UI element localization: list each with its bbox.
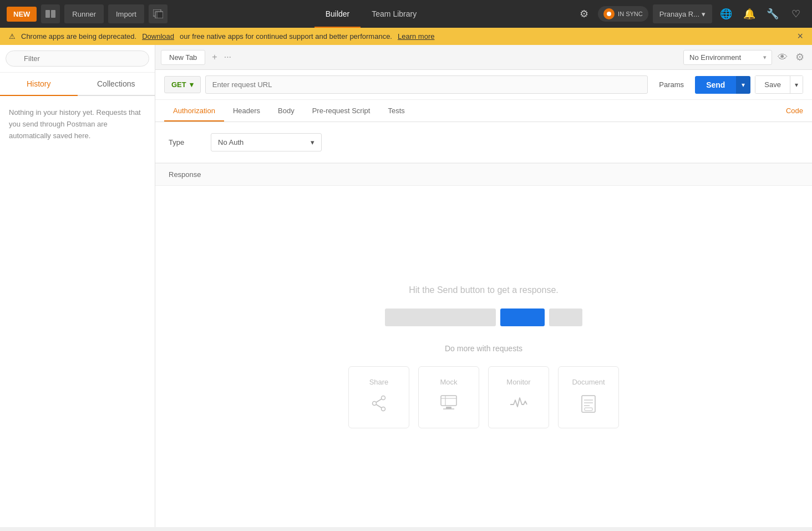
tab-tests[interactable]: Tests xyxy=(379,100,413,122)
response-bar: Response xyxy=(155,163,812,186)
tab-bar: New Tab + ··· No Environment ▾ 👁 ⚙ xyxy=(155,45,812,70)
mock-bar-left xyxy=(385,309,496,326)
url-input[interactable] xyxy=(205,75,648,94)
response-empty-message: Hit the Send button to get a response. xyxy=(409,285,559,295)
action-cards: Share Mock xyxy=(348,366,619,428)
svg-point-6 xyxy=(373,401,377,405)
user-label: Pranaya R... xyxy=(659,10,699,18)
mock-label: Mock xyxy=(440,378,457,386)
url-bar: GET ▾ Params Send ▾ Save ▾ xyxy=(155,70,812,100)
tab-history[interactable]: History xyxy=(0,73,78,95)
sync-badge: IN SYNC xyxy=(598,6,648,22)
layout-icon-button[interactable] xyxy=(41,4,60,23)
wrench-icon-button[interactable]: 🔧 xyxy=(763,4,782,23)
top-nav: NEW Runner Import Builder Team Library ⚙… xyxy=(0,0,812,28)
share-icon xyxy=(371,395,387,416)
heart-icon-button[interactable]: ♡ xyxy=(786,4,805,23)
svg-rect-19 xyxy=(585,408,592,411)
tab-team-library[interactable]: Team Library xyxy=(361,0,428,28)
add-tab-button[interactable]: + xyxy=(210,52,219,62)
tab-headers[interactable]: Headers xyxy=(224,100,269,122)
request-tab-label: New Tab xyxy=(169,53,197,62)
svg-rect-15 xyxy=(582,396,595,412)
method-button[interactable]: GET ▾ xyxy=(164,76,201,93)
svg-rect-3 xyxy=(155,12,163,18)
send-button-group: Send ▾ xyxy=(695,76,750,94)
method-label: GET xyxy=(171,80,186,89)
method-chevron-icon: ▾ xyxy=(190,80,194,89)
tab-authorization[interactable]: Authorization xyxy=(164,100,224,122)
action-card-share[interactable]: Share xyxy=(348,366,409,428)
filter-wrap: 🔍 xyxy=(6,50,149,67)
import-button[interactable]: Import xyxy=(108,4,144,23)
runner-button[interactable]: Runner xyxy=(64,4,104,23)
auth-dropdown-chevron-icon: ▾ xyxy=(311,138,314,146)
sidebar-tabs: History Collections xyxy=(0,73,155,96)
send-button[interactable]: Send xyxy=(695,76,736,94)
sidebar-filter-area: 🔍 xyxy=(0,45,155,73)
request-tabs: Authorization Headers Body Pre-request S… xyxy=(155,100,812,122)
save-dropdown-button[interactable]: ▾ xyxy=(790,75,803,94)
tab-actions: + ··· xyxy=(210,52,234,62)
save-button[interactable]: Save xyxy=(755,75,790,94)
user-chevron-icon: ▾ xyxy=(702,10,706,18)
tab-builder[interactable]: Builder xyxy=(314,0,361,28)
svg-rect-0 xyxy=(45,10,50,18)
eye-icon-button[interactable]: 👁 xyxy=(775,52,790,63)
auth-section: Type No Auth ▾ xyxy=(155,122,812,163)
svg-point-7 xyxy=(382,407,385,411)
banner-close-button[interactable]: × xyxy=(797,31,803,42)
tab-pre-request-script[interactable]: Pre-request Script xyxy=(303,100,379,122)
new-window-button[interactable] xyxy=(149,4,168,23)
svg-line-9 xyxy=(376,404,382,408)
svg-line-8 xyxy=(376,399,382,402)
more-tabs-button[interactable]: ··· xyxy=(222,52,234,62)
document-icon xyxy=(581,395,596,417)
settings-sync-icon[interactable]: ⚙ xyxy=(575,4,593,23)
env-selector: No Environment ▾ 👁 ⚙ xyxy=(683,50,806,65)
share-label: Share xyxy=(369,378,389,386)
do-more-label: Do more with requests xyxy=(445,344,522,353)
save-button-group: Save ▾ xyxy=(755,75,803,94)
svg-rect-10 xyxy=(441,396,456,406)
sidebar-empty-message: Nothing in your history yet. Requests th… xyxy=(0,96,155,153)
tab-body[interactable]: Body xyxy=(269,100,303,122)
sidebar: 🔍 History Collections Nothing in your hi… xyxy=(0,45,155,527)
banner-message: Chrome apps are being deprecated. xyxy=(21,32,136,41)
svg-point-5 xyxy=(382,396,385,399)
auth-type-dropdown[interactable]: No Auth ▾ xyxy=(211,133,322,151)
code-link[interactable]: Code xyxy=(786,100,803,122)
params-button[interactable]: Params xyxy=(652,77,691,93)
monitor-icon xyxy=(510,395,527,413)
learn-more-link[interactable]: Learn more xyxy=(398,32,434,41)
gear-icon-button[interactable]: ⚙ xyxy=(793,51,806,63)
type-label: Type xyxy=(169,138,202,146)
response-label: Response xyxy=(169,170,201,179)
filter-input[interactable] xyxy=(6,50,149,67)
mock-icon xyxy=(440,395,457,413)
download-link[interactable]: Download xyxy=(142,32,174,41)
response-content: Hit the Send button to get a response. D… xyxy=(155,186,812,527)
auth-type-value: No Auth xyxy=(218,138,243,146)
send-dropdown-button[interactable]: ▾ xyxy=(736,76,750,94)
user-button[interactable]: Pranaya R... ▾ xyxy=(653,4,712,23)
mock-bar xyxy=(385,309,582,326)
mock-bar-right xyxy=(549,309,582,326)
globe-icon-button[interactable]: 🌐 xyxy=(717,4,735,23)
action-card-monitor[interactable]: Monitor xyxy=(488,366,549,428)
bell-icon-button[interactable]: 🔔 xyxy=(740,4,759,23)
sync-dot xyxy=(603,8,615,19)
document-label: Document xyxy=(572,378,605,386)
request-tab-new[interactable]: New Tab xyxy=(161,50,205,65)
main-layout: 🔍 History Collections Nothing in your hi… xyxy=(0,45,812,527)
tab-collections[interactable]: Collections xyxy=(78,73,155,95)
monitor-label: Monitor xyxy=(506,378,530,386)
nav-center: Builder Team Library xyxy=(172,0,570,28)
new-button[interactable]: NEW xyxy=(7,7,37,22)
action-card-document[interactable]: Document xyxy=(558,366,619,428)
action-card-mock[interactable]: Mock xyxy=(418,366,479,428)
banner-message2: our free native apps for continued suppo… xyxy=(180,32,392,41)
svg-rect-1 xyxy=(51,10,55,18)
request-panel: New Tab + ··· No Environment ▾ 👁 ⚙ GET xyxy=(155,45,812,527)
environment-dropdown[interactable]: No Environment xyxy=(683,50,772,65)
